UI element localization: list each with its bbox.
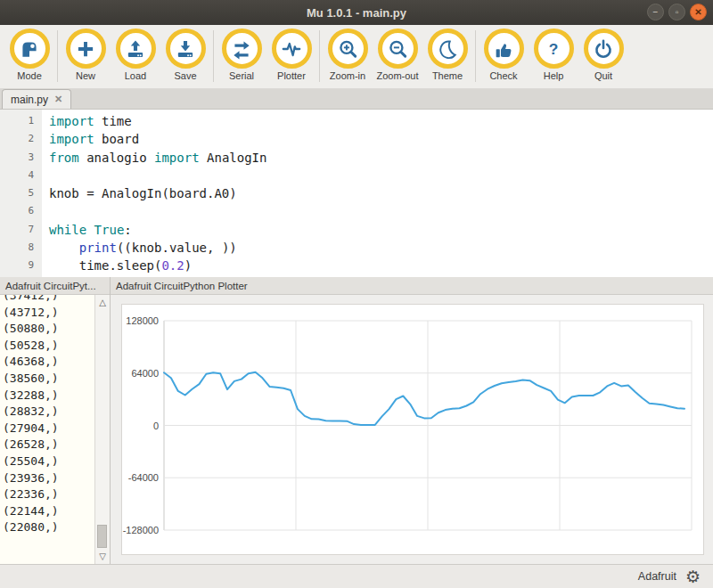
- toolbar-separator: [213, 30, 214, 82]
- theme-button[interactable]: Theme: [422, 29, 472, 81]
- serial-line: (37412,): [3, 295, 94, 305]
- code-editor[interactable]: 1import time2import board3from analogio …: [0, 110, 713, 277]
- serial-button[interactable]: Serial: [217, 29, 266, 81]
- plotter-button[interactable]: Plotter: [266, 29, 316, 81]
- theme-icon: [428, 29, 468, 69]
- code-text: [42, 167, 49, 184]
- quit-button[interactable]: Quit: [578, 29, 628, 81]
- serial-line: (22336,): [3, 486, 94, 503]
- serial-pane: Adafruit CircuitPyt... (37412,)(43712,)(…: [0, 277, 111, 564]
- minimize-button[interactable]: −: [647, 4, 664, 20]
- bottom-split: Adafruit CircuitPyt... (37412,)(43712,)(…: [0, 277, 713, 564]
- serial-line: (22080,): [3, 519, 94, 536]
- serial-line: (23936,): [3, 470, 94, 487]
- tab-main.py[interactable]: main.py✕: [2, 89, 71, 109]
- serial-line: (32288,): [3, 388, 94, 404]
- line-number: 8: [0, 239, 42, 257]
- y-axis-tick-label: 0: [153, 421, 159, 431]
- toolbar-button-label: Check: [489, 70, 517, 81]
- zoom-in-icon: [328, 29, 368, 69]
- load-button[interactable]: Load: [111, 29, 160, 81]
- scroll-down-icon[interactable]: ▽: [99, 550, 106, 563]
- toolbar-button-label: Zoom-in: [330, 70, 365, 81]
- window-controls: −▫✕: [647, 4, 707, 20]
- code-text: while True:: [42, 221, 132, 239]
- gear-icon[interactable]: ⚙: [685, 568, 701, 585]
- editor-line: 6: [0, 202, 713, 220]
- line-number: 5: [0, 184, 42, 202]
- serial-line: (25504,): [3, 453, 94, 470]
- zoom-in-button[interactable]: Zoom-in: [323, 29, 373, 81]
- toolbar-button-label: Theme: [432, 70, 463, 81]
- editor-line: 3from analogio import AnalogIn: [0, 149, 713, 167]
- y-axis-tick-label: 128000: [126, 315, 159, 326]
- toolbar-button-label: New: [76, 70, 95, 81]
- toolbar-separator: [57, 30, 58, 82]
- serial-pane-header: Adafruit CircuitPyt...: [0, 277, 110, 295]
- plotter-pane-header: Adafruit CircuitPython Plotter: [111, 277, 713, 295]
- mode-icon: [10, 29, 50, 69]
- line-number: 4: [0, 167, 42, 184]
- toolbar-button-label: Plotter: [277, 70, 306, 81]
- save-button[interactable]: Save: [160, 29, 210, 81]
- tab-close-icon[interactable]: ✕: [54, 94, 62, 105]
- maximize-button[interactable]: ▫: [668, 4, 685, 20]
- line-number: 2: [0, 130, 42, 148]
- zoom-out-icon: [378, 29, 418, 69]
- check-button[interactable]: Check: [479, 29, 529, 81]
- check-icon: [484, 29, 524, 69]
- serial-line: (46368,): [3, 354, 94, 371]
- mu-window: Mu 1.0.1 - main.py −▫✕ ModeNewLoadSaveSe…: [0, 0, 713, 588]
- editor-line: 5knob = AnalogIn(board.A0): [0, 184, 713, 202]
- scrollbar-track[interactable]: [95, 309, 110, 550]
- toolbar-button-label: Mode: [17, 70, 42, 81]
- editor-line: 9 time.sleep(0.2): [0, 257, 713, 274]
- line-number: 7: [0, 221, 42, 239]
- line-chart: 128000640000-64000-128000: [122, 305, 705, 556]
- serial-scrollbar[interactable]: △ ▽: [94, 295, 110, 564]
- status-bar: Adafruit ⚙: [0, 564, 713, 588]
- toolbar-button-label: Quit: [594, 70, 612, 81]
- new-button[interactable]: New: [61, 29, 111, 81]
- toolbar-button-label: Serial: [229, 70, 254, 81]
- serial-line: (26528,): [3, 437, 94, 453]
- toolbar-button-label: Save: [174, 70, 196, 81]
- scroll-up-icon[interactable]: △: [99, 296, 106, 309]
- serial-line: (27904,): [3, 421, 94, 437]
- zoom-out-button[interactable]: Zoom-out: [373, 29, 422, 81]
- plotter-chart: 128000640000-64000-128000: [121, 304, 704, 555]
- window-title: Mu 1.0.1 - main.py: [307, 6, 406, 20]
- serial-output: (37412,)(43712,)(50880,)(50528,)(46368,)…: [0, 295, 94, 564]
- y-axis-tick-label: -128000: [123, 525, 159, 535]
- serial-pane-title: Adafruit CircuitPyt...: [5, 281, 96, 291]
- mode-button[interactable]: Mode: [4, 29, 54, 81]
- line-number: 3: [0, 149, 42, 167]
- scrollbar-thumb[interactable]: [97, 525, 107, 548]
- serial-line: (22144,): [3, 503, 94, 520]
- plotter-body: 128000640000-64000-128000: [111, 295, 713, 564]
- code-text: knob = AnalogIn(board.A0): [42, 184, 237, 202]
- code-text: print((knob.value, )): [42, 239, 237, 257]
- close-button[interactable]: ✕: [690, 4, 707, 20]
- code-text: time.sleep(0.2): [42, 257, 192, 274]
- help-button[interactable]: ?Help: [529, 29, 578, 81]
- svg-text:?: ?: [549, 39, 559, 57]
- editor-line: 1import time: [0, 112, 713, 130]
- serial-line: (28832,): [3, 404, 94, 421]
- toolbar-separator: [475, 30, 476, 82]
- serial-line: (50880,): [3, 321, 94, 338]
- editor-line: 7while True:: [0, 221, 713, 239]
- save-icon: [166, 29, 206, 69]
- serial-console[interactable]: (37412,)(43712,)(50880,)(50528,)(46368,)…: [0, 295, 110, 564]
- toolbar-button-label: Load: [125, 70, 146, 81]
- quit-icon: [584, 29, 624, 69]
- help-icon: ?: [534, 29, 574, 69]
- code-text: import time: [42, 112, 132, 130]
- toolbar-button-label: Zoom-out: [376, 70, 418, 81]
- titlebar[interactable]: Mu 1.0.1 - main.py −▫✕: [0, 0, 713, 25]
- toolbar-separator: [319, 30, 320, 82]
- serial-line: (43712,): [3, 305, 94, 322]
- plotter-pane-title: Adafruit CircuitPython Plotter: [116, 281, 248, 291]
- code-text: [42, 202, 49, 220]
- line-number: 9: [0, 257, 42, 274]
